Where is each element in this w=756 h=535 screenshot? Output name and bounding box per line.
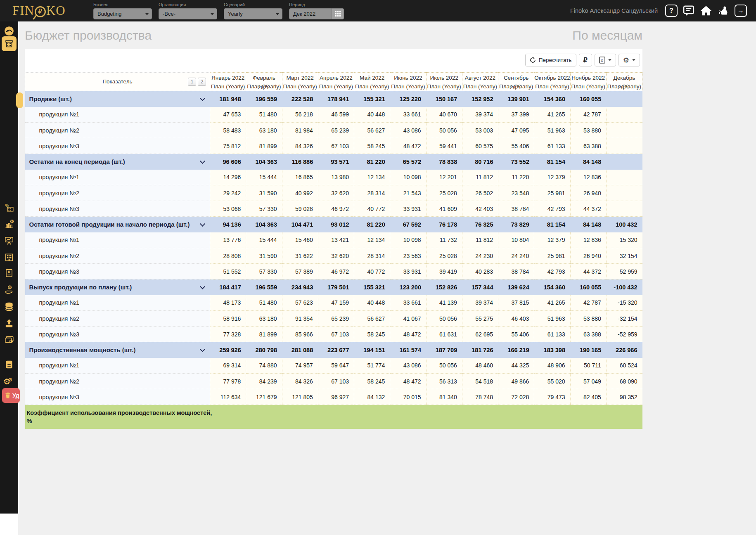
settings-gears-icon[interactable]: ⚙⚙ xyxy=(4,376,14,387)
header-icons: ? → xyxy=(665,5,747,17)
group-label[interactable]: Продажи (шт.) xyxy=(25,91,210,107)
month-column-header: Ноябрь 2022План (Yearly) xyxy=(570,73,606,91)
value-cell: 54 518 xyxy=(462,374,498,389)
level-2-button[interactable]: 2 xyxy=(198,78,206,86)
row-label: продукция №1 xyxy=(25,170,210,185)
value-cell: 48 472 xyxy=(390,374,426,389)
group-value-cell: 73 829 xyxy=(498,217,534,232)
journal-icon[interactable] xyxy=(4,359,14,370)
table-row: продукция №113 77615 44415 46013 42112 1… xyxy=(25,232,642,248)
value-cell: 81 984 xyxy=(282,123,318,138)
chevron-down-icon xyxy=(276,13,279,15)
table-settings-button[interactable]: ⚙ xyxy=(619,54,640,66)
home-button[interactable] xyxy=(700,5,712,17)
budget-table: Показатель 1 2 Январь 2022План (Yearly)Ф… xyxy=(25,72,642,429)
group-label[interactable]: Остатки на конец периода (шт.) xyxy=(25,154,210,170)
month-column-header: Октябрь 2022План (Yearly) xyxy=(534,73,570,91)
value-cell: 23 563 xyxy=(390,248,426,264)
row-label: продукция №3 xyxy=(25,389,210,405)
value-cell: 10 098 xyxy=(390,232,426,248)
value-cell xyxy=(606,170,642,185)
dashboard-gauge-icon[interactable] xyxy=(4,26,14,36)
value-cell: 28 808 xyxy=(210,248,246,264)
period-input[interactable]: Дек 2022 xyxy=(289,8,332,19)
group-value-cell: 194 151 xyxy=(354,342,390,358)
table-toolbar: Пересчитать ₽ x ⚙ xyxy=(25,49,642,72)
value-cell: 51 480 xyxy=(246,107,282,123)
feedback-button[interactable] xyxy=(683,5,695,17)
factory-building-icon xyxy=(4,39,14,49)
table-row: продукция №353 06857 33059 02846 97240 7… xyxy=(25,201,642,217)
value-cell: 24 240 xyxy=(498,248,534,264)
level-1-button[interactable]: 1 xyxy=(188,78,196,86)
row-label: продукция №2 xyxy=(25,185,210,201)
value-cell: 65 239 xyxy=(318,123,354,138)
delete-button[interactable]: Уд xyxy=(2,388,20,403)
group-value-cell: 65 572 xyxy=(390,154,426,170)
recalculate-button[interactable]: Пересчитать xyxy=(525,54,576,66)
group-value-cell: 96 606 xyxy=(210,154,246,170)
value-cell: 47 653 xyxy=(210,107,246,123)
database-icon[interactable] xyxy=(4,301,14,312)
group-label[interactable]: Остатки готовой продукции на начало пери… xyxy=(25,217,210,232)
app-logo[interactable]: FIN₽KO xyxy=(12,3,83,18)
svg-text:$: $ xyxy=(11,220,13,223)
value-cell: 51 480 xyxy=(246,295,282,311)
value-cell: 58 916 xyxy=(210,311,246,327)
value-cell: 51 963 xyxy=(534,311,570,327)
value-cell: 42 403 xyxy=(462,201,498,217)
delete-label: Уд xyxy=(12,392,19,399)
upload-icon[interactable] xyxy=(4,318,14,329)
gear-icon: ⚙ xyxy=(623,56,629,64)
group-value-cell: 181 948 xyxy=(210,91,246,107)
report-clipboard-icon[interactable] xyxy=(4,268,14,278)
group-row: Производственная мощность (шт.)259 92628… xyxy=(25,342,642,358)
wallet-icon[interactable]: $ xyxy=(4,334,14,345)
value-cell: 68 090 xyxy=(606,374,642,389)
excel-export-button[interactable]: x xyxy=(595,54,616,66)
assistant-button[interactable] xyxy=(717,5,730,17)
group-label[interactable]: Производственная мощность (шт.) xyxy=(25,342,210,358)
value-cell: 46 599 xyxy=(318,107,354,123)
group-value-cell: 181 726 xyxy=(462,342,498,358)
value-cell: 77 978 xyxy=(210,374,246,389)
group-label[interactable]: Выпуск продукции по плану (шт.) xyxy=(25,279,210,295)
sidebar-item-production-active[interactable] xyxy=(2,36,17,51)
value-cell: 50 056 xyxy=(426,311,462,327)
value-cell: 41 139 xyxy=(426,295,462,311)
value-cell: 59 028 xyxy=(282,201,318,217)
logout-button[interactable]: → xyxy=(735,5,747,17)
presentation-icon[interactable] xyxy=(4,235,14,246)
group-value-cell: 234 943 xyxy=(282,279,318,295)
value-cell: 13 980 xyxy=(318,170,354,185)
value-cell xyxy=(606,123,642,138)
value-cell: 40 448 xyxy=(354,107,390,123)
value-cell: 55 406 xyxy=(498,138,534,154)
bank-icon[interactable] xyxy=(4,252,14,263)
value-cell: 13 776 xyxy=(210,232,246,248)
sales-chart-icon[interactable]: $ xyxy=(4,219,14,230)
group-value-cell: 84 148 xyxy=(570,217,606,232)
value-cell: 21 543 xyxy=(390,185,426,201)
group-value-cell: -100 432 xyxy=(606,279,642,295)
calendar-button[interactable] xyxy=(332,8,344,19)
group-value-cell: 160 055 xyxy=(570,91,606,107)
help-button[interactable]: ? xyxy=(665,5,678,17)
chevron-down-icon xyxy=(200,284,205,289)
user-name: Finoko Александр Сандульский xyxy=(570,7,658,14)
organization-select[interactable]: -Все- xyxy=(159,8,217,19)
group-value-cell: 104 471 xyxy=(282,217,318,232)
group-value-cell: 161 574 xyxy=(390,342,426,358)
value-cell: 48 906 xyxy=(534,358,570,374)
chevron-down-icon xyxy=(608,59,611,61)
value-cell: 43 086 xyxy=(390,123,426,138)
scenario-select[interactable]: Yearly xyxy=(224,8,282,19)
value-cell: 42 793 xyxy=(534,264,570,279)
budget-percent-icon[interactable]: % xyxy=(4,202,14,213)
group-value-cell: 67 592 xyxy=(390,217,426,232)
currency-button[interactable]: ₽ xyxy=(579,54,592,66)
business-select[interactable]: Budgeting xyxy=(93,8,152,19)
sidebar-expand-handle[interactable] xyxy=(16,92,23,108)
hand-coin-icon[interactable]: $ xyxy=(4,284,14,295)
value-cell: 112 634 xyxy=(210,389,246,405)
